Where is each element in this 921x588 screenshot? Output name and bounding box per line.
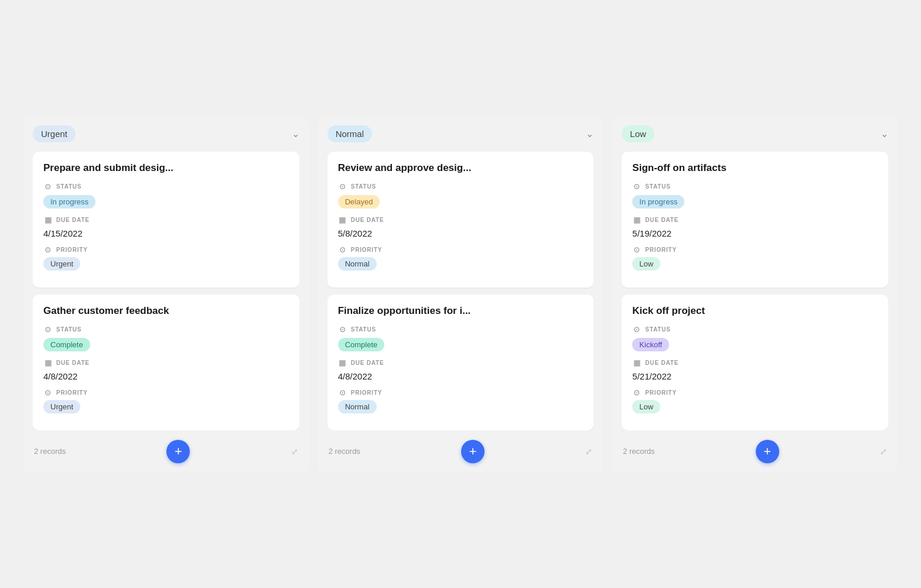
- priority-value-badge[interactable]: Urgent: [43, 400, 80, 413]
- priority-value-badge[interactable]: Urgent: [43, 257, 80, 271]
- priority-label: ⊙ PRIORITY: [43, 388, 289, 398]
- status-field: ⊙ STATUSIn progress: [632, 182, 878, 208]
- priority-value-badge[interactable]: Low: [632, 400, 660, 413]
- priority-icon: ⊙: [632, 388, 642, 398]
- status-icon: ⊙: [43, 325, 53, 334]
- kanban-board: Urgent⌄Prepare and submit desig...⊙ STAT…: [12, 104, 909, 484]
- status-field: ⊙ STATUSComplete: [338, 325, 584, 351]
- status-label: ⊙ STATUS: [43, 325, 289, 334]
- priority-field: ⊙ PRIORITYLow: [632, 245, 878, 269]
- status-badge[interactable]: Kickoff: [632, 338, 669, 351]
- expand-icon[interactable]: ⤢: [291, 447, 298, 456]
- due-date-field: ▦ DUE DATE4/8/2022: [338, 358, 584, 381]
- priority-icon: ⊙: [338, 388, 347, 398]
- priority-label: ⊙ PRIORITY: [338, 388, 584, 398]
- card-title: Prepare and submit desig...: [43, 162, 289, 174]
- expand-icon[interactable]: ⤢: [585, 447, 592, 456]
- column-footer: 2 records+⤢: [33, 440, 299, 463]
- due-date-label: ▦ DUE DATE: [338, 216, 584, 225]
- due-date-field: ▦ DUE DATE4/15/2022: [43, 216, 289, 238]
- due-date-field: ▦ DUE DATE5/19/2022: [632, 216, 878, 238]
- add-record-button[interactable]: +: [756, 440, 779, 463]
- records-count: 2 records: [623, 447, 654, 456]
- card-title: Gather customer feedback: [43, 305, 289, 317]
- due-date-value: 4/15/2022: [43, 228, 289, 238]
- card-title: Sign-off on artifacts: [632, 162, 878, 174]
- priority-icon: ⊙: [338, 245, 347, 255]
- status-badge[interactable]: Complete: [338, 338, 385, 351]
- priority-field: ⊙ PRIORITYNormal: [338, 245, 584, 269]
- chevron-down-icon[interactable]: ⌄: [586, 128, 593, 139]
- status-field: ⊙ STATUSDelayed: [338, 182, 584, 208]
- cards-area: Prepare and submit desig...⊙ STATUSIn pr…: [33, 152, 299, 430]
- status-badge[interactable]: In progress: [43, 195, 95, 208]
- priority-field: ⊙ PRIORITYNormal: [338, 388, 584, 412]
- task-card[interactable]: Sign-off on artifacts⊙ STATUSIn progress…: [622, 152, 888, 288]
- task-card[interactable]: Gather customer feedback⊙ STATUSComplete…: [33, 295, 299, 430]
- card-title: Kick off project: [632, 305, 878, 317]
- column-footer: 2 records+⤢: [622, 440, 888, 463]
- add-record-button[interactable]: +: [166, 440, 190, 463]
- due-date-field: ▦ DUE DATE5/8/2022: [338, 216, 584, 238]
- priority-field: ⊙ PRIORITYLow: [632, 388, 878, 412]
- due-date-label: ▦ DUE DATE: [632, 358, 878, 368]
- status-label: ⊙ STATUS: [632, 182, 878, 192]
- priority-badge-low[interactable]: Low: [622, 125, 654, 142]
- status-badge[interactable]: Complete: [43, 338, 90, 351]
- due-date-label: ▦ DUE DATE: [632, 216, 878, 225]
- priority-value-badge[interactable]: Normal: [338, 400, 377, 413]
- priority-badge-normal[interactable]: Normal: [328, 125, 372, 142]
- cards-area: Sign-off on artifacts⊙ STATUSIn progress…: [622, 152, 888, 430]
- status-badge[interactable]: In progress: [632, 195, 684, 208]
- due-date-value: 5/8/2022: [338, 228, 584, 238]
- task-card[interactable]: Review and approve desig...⊙ STATUSDelay…: [328, 152, 594, 288]
- priority-label: ⊙ PRIORITY: [632, 245, 878, 255]
- records-count: 2 records: [329, 447, 360, 456]
- priority-label: ⊙ PRIORITY: [632, 388, 878, 398]
- task-card[interactable]: Finalize opportunities for i...⊙ STATUSC…: [328, 295, 594, 430]
- calendar-icon: ▦: [632, 358, 642, 368]
- calendar-icon: ▦: [43, 358, 53, 368]
- priority-icon: ⊙: [632, 245, 642, 255]
- priority-label: ⊙ PRIORITY: [338, 245, 584, 255]
- expand-icon[interactable]: ⤢: [880, 447, 887, 456]
- status-label: ⊙ STATUS: [338, 182, 584, 192]
- status-icon: ⊙: [338, 325, 347, 334]
- status-icon: ⊙: [632, 182, 642, 192]
- status-badge[interactable]: Delayed: [338, 195, 380, 208]
- priority-icon: ⊙: [43, 388, 53, 398]
- due-date-value: 4/8/2022: [43, 371, 289, 381]
- priority-label: ⊙ PRIORITY: [43, 245, 289, 255]
- column-header: Low⌄: [622, 125, 888, 142]
- status-icon: ⊙: [43, 182, 53, 192]
- status-field: ⊙ STATUSComplete: [43, 325, 289, 351]
- task-card[interactable]: Prepare and submit desig...⊙ STATUSIn pr…: [33, 152, 299, 288]
- priority-field: ⊙ PRIORITYUrgent: [43, 388, 289, 412]
- status-field: ⊙ STATUSIn progress: [43, 182, 289, 208]
- due-date-label: ▦ DUE DATE: [338, 358, 584, 368]
- calendar-icon: ▦: [338, 358, 347, 368]
- column-normal: Normal⌄Review and approve desig...⊙ STAT…: [318, 116, 603, 473]
- add-record-button[interactable]: +: [461, 440, 485, 463]
- column-footer: 2 records+⤢: [328, 440, 594, 463]
- priority-value-badge[interactable]: Low: [632, 257, 660, 271]
- due-date-value: 5/21/2022: [632, 371, 878, 381]
- chevron-down-icon[interactable]: ⌄: [881, 128, 888, 139]
- priority-badge-urgent[interactable]: Urgent: [33, 125, 76, 142]
- column-low: Low⌄Sign-off on artifacts⊙ STATUSIn prog…: [612, 116, 898, 473]
- calendar-icon: ▦: [43, 216, 53, 225]
- due-date-label: ▦ DUE DATE: [43, 358, 289, 368]
- due-date-value: 4/8/2022: [338, 371, 584, 381]
- card-title: Finalize opportunities for i...: [338, 305, 584, 317]
- status-label: ⊙ STATUS: [338, 325, 584, 334]
- due-date-label: ▦ DUE DATE: [43, 216, 289, 225]
- task-card[interactable]: Kick off project⊙ STATUSKickoff▦ DUE DAT…: [622, 295, 888, 430]
- priority-field: ⊙ PRIORITYUrgent: [43, 245, 289, 269]
- records-count: 2 records: [34, 447, 66, 456]
- chevron-down-icon[interactable]: ⌄: [292, 128, 299, 139]
- priority-value-badge[interactable]: Normal: [338, 257, 377, 271]
- status-icon: ⊙: [632, 325, 642, 334]
- column-urgent: Urgent⌄Prepare and submit desig...⊙ STAT…: [23, 116, 309, 473]
- due-date-value: 5/19/2022: [632, 228, 878, 238]
- status-label: ⊙ STATUS: [43, 182, 289, 192]
